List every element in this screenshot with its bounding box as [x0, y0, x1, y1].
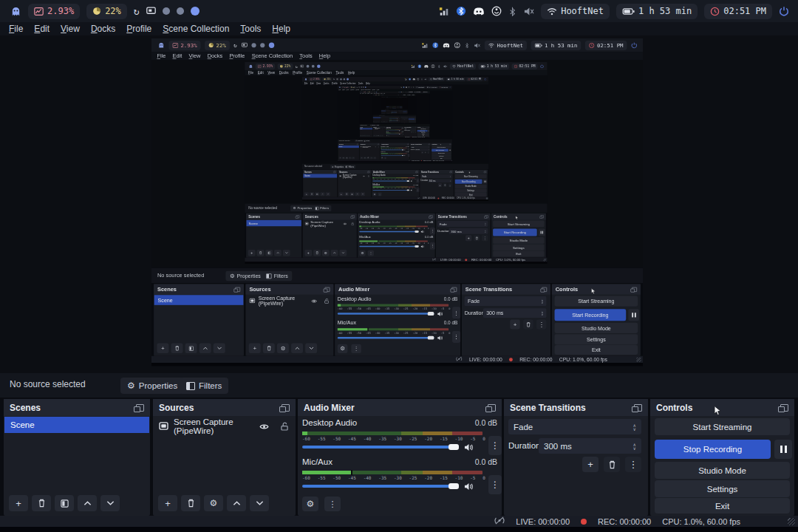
add-scene-button: + [339, 157, 342, 159]
scene-list-item[interactable]: Scene [4, 417, 149, 433]
volume-muted-icon[interactable] [523, 7, 534, 16]
advanced-audio-button: ⚙ [338, 344, 348, 353]
remove-scene-button[interactable] [32, 495, 51, 511]
visibility-eye-icon [382, 129, 383, 129]
stop-recording-button[interactable]: Stop Recording [655, 440, 771, 459]
move-scene-up-button[interactable] [78, 495, 97, 511]
source-toolbar: No source selected ⚙ Properties Filters [0, 373, 798, 398]
lock-icon [384, 129, 385, 129]
sources-title: Sources [339, 171, 347, 173]
mic-aux-volume-slider[interactable] [302, 485, 459, 488]
obs-tray-icon[interactable] [491, 6, 502, 16]
move-scene-down-button[interactable] [100, 495, 120, 511]
meter-tick-label: -55 [347, 307, 352, 310]
mic-aux-volume-slider [372, 190, 409, 191]
popout-icon[interactable] [136, 404, 144, 412]
mic-aux-meter [372, 186, 415, 187]
add-source-button[interactable]: + [158, 495, 177, 511]
move-source-down-button [305, 344, 317, 354]
transition-value: Fade [422, 175, 426, 177]
bluetooth-connected-icon[interactable] [456, 6, 466, 16]
duration-spinner[interactable]: 300 ms ∧∨ [539, 438, 641, 454]
network-widget[interactable]: HooftNet [541, 4, 610, 19]
start-streaming-button[interactable]: Start Streaming [655, 418, 790, 435]
menu-docks: Docks [279, 70, 289, 75]
clock-widget[interactable]: 02:51 PM [704, 4, 772, 19]
visibility-eye-icon[interactable] [259, 423, 269, 430]
popout-icon[interactable] [780, 404, 788, 412]
ghost-icon [304, 78, 307, 81]
power-icon[interactable] [779, 6, 789, 16]
screen-layout-icon[interactable] [146, 7, 156, 16]
cpu-usage-widget: 2.93% [256, 64, 276, 69]
mic-aux-meter [359, 241, 428, 242]
lock-icon[interactable] [281, 422, 288, 431]
signal-strength-icon[interactable] [439, 7, 449, 16]
move-source-up-button[interactable] [227, 495, 246, 511]
studio-mode-button[interactable]: Studio Mode [655, 462, 790, 479]
pause-recording-button[interactable] [774, 440, 792, 459]
workspace-dot-icon[interactable] [177, 7, 184, 15]
desktop-audio-channel: Desktop Audio 0.0 dB -60-55-50-45-40-35-… [372, 174, 418, 182]
menu-tools[interactable]: Tools [240, 22, 261, 35]
filters-button[interactable]: Filters [180, 378, 228, 394]
update-icon[interactable]: ↻ [134, 7, 140, 16]
meter-tick-label: -55 [318, 475, 326, 480]
menu-help[interactable]: Help [272, 22, 290, 35]
remove-scene-button [257, 250, 265, 256]
bluetooth-icon[interactable] [508, 7, 516, 16]
settings-button[interactable]: Settings [655, 480, 790, 497]
advanced-audio-button[interactable]: ⚙ [302, 497, 318, 511]
exit-button[interactable]: Exit [655, 498, 790, 514]
scene-filters-button[interactable] [55, 495, 74, 511]
update-icon: ↻ [357, 86, 358, 88]
meter-tick-label: -35 [392, 154, 393, 154]
ghost-icon[interactable] [10, 6, 21, 17]
workspace-dot-icon[interactable] [163, 7, 170, 15]
menu-file[interactable]: File [9, 22, 23, 35]
source-list-item[interactable]: Screen Capture (PipeWire) [154, 418, 295, 434]
popout-icon[interactable] [282, 404, 290, 412]
speaker-icon[interactable] [464, 443, 473, 451]
battery-widget[interactable]: 1 h 53 min [616, 4, 698, 19]
menu-scene-collection[interactable]: Scene Collection [163, 22, 229, 35]
discord-icon[interactable] [473, 7, 485, 16]
source-properties-button[interactable]: ⚙ [204, 495, 223, 511]
move-source-down-button[interactable] [250, 495, 269, 511]
mixer-options-button[interactable]: ⋮ [324, 497, 341, 511]
slider-handle[interactable] [449, 444, 459, 450]
screen-edge [0, 527, 798, 532]
status-bar: LIVE: 00:00:00 REC: 00:00:00 CPU: 1.0%, … [151, 356, 643, 363]
cpu-usage-widget[interactable]: 2.93% [28, 4, 80, 19]
mic-aux-db: 0.0 dB [444, 320, 458, 327]
meter-tick-label: -45 [348, 475, 356, 480]
resize-grip[interactable] [788, 518, 795, 525]
popout-icon[interactable] [488, 404, 496, 412]
menu-edit: Edit [173, 52, 183, 60]
memory-usage-widget[interactable]: 22% [86, 4, 127, 19]
battery-icon [427, 86, 429, 88]
slider-handle[interactable] [449, 483, 459, 489]
desktop-audio-options-button[interactable]: ⋮ [488, 436, 502, 455]
menu-docks[interactable]: Docks [91, 22, 115, 35]
battery-widget: 1 h 53 min [446, 78, 466, 81]
add-transition-button[interactable]: + [582, 457, 598, 472]
mic-aux-options-button[interactable]: ⋮ [488, 475, 502, 494]
popout-icon[interactable] [634, 404, 642, 412]
active-workspace-dot-icon[interactable] [191, 7, 200, 16]
menu-view[interactable]: View [61, 22, 80, 35]
add-scene-button[interactable]: + [9, 495, 28, 511]
live-time: LIVE: 00:00:00 [516, 517, 570, 526]
speaker-icon[interactable] [464, 482, 473, 491]
menu-profile[interactable]: Profile [126, 22, 151, 35]
desktop-audio-volume-slider[interactable] [302, 446, 459, 449]
properties-button[interactable]: ⚙ Properties [120, 378, 184, 394]
meter-tick-label: -35 [378, 436, 386, 441]
preview-canvas[interactable]: 2.93% 22% ↻ [151, 38, 643, 366]
transition-select[interactable]: Fade ∧∨ [508, 419, 641, 434]
remove-transition-button[interactable] [604, 457, 620, 472]
menu-edit[interactable]: Edit [34, 22, 50, 35]
transition-options-button[interactable]: ⋮ [625, 457, 641, 472]
meter-tick-label: -45 [366, 331, 371, 334]
remove-source-button[interactable] [181, 495, 200, 511]
